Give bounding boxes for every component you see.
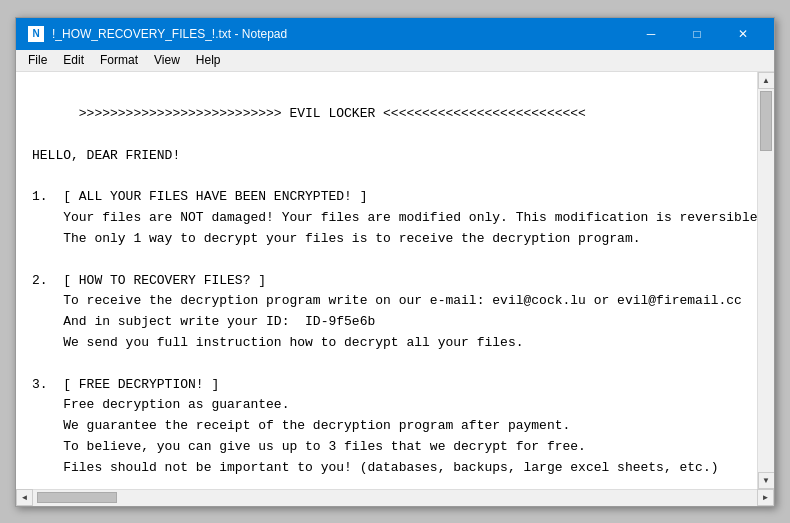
scroll-thumb-y[interactable] xyxy=(760,91,772,151)
minimize-button[interactable]: ─ xyxy=(628,18,674,50)
maximize-button[interactable]: □ xyxy=(674,18,720,50)
window-title: !_HOW_RECOVERY_FILES_!.txt - Notepad xyxy=(52,27,287,41)
scroll-track-x[interactable] xyxy=(33,490,757,506)
close-button[interactable]: ✕ xyxy=(720,18,766,50)
menu-format[interactable]: Format xyxy=(92,51,146,69)
scroll-right-arrow[interactable]: ► xyxy=(757,489,774,506)
menu-edit[interactable]: Edit xyxy=(55,51,92,69)
title-bar-left: N !_HOW_RECOVERY_FILES_!.txt - Notepad xyxy=(28,26,287,42)
scroll-left-arrow[interactable]: ◄ xyxy=(16,489,33,506)
text-body: >>>>>>>>>>>>>>>>>>>>>>>>>> EVIL LOCKER <… xyxy=(32,106,757,488)
content-area: >>>>>>>>>>>>>>>>>>>>>>>>>> EVIL LOCKER <… xyxy=(16,72,774,489)
title-bar: N !_HOW_RECOVERY_FILES_!.txt - Notepad ─… xyxy=(16,18,774,50)
text-editor[interactable]: >>>>>>>>>>>>>>>>>>>>>>>>>> EVIL LOCKER <… xyxy=(16,72,757,489)
app-icon: N xyxy=(28,26,44,42)
notepad-window: N !_HOW_RECOVERY_FILES_!.txt - Notepad ─… xyxy=(15,17,775,507)
scroll-thumb-x[interactable] xyxy=(37,492,117,503)
menu-help[interactable]: Help xyxy=(188,51,229,69)
title-bar-buttons: ─ □ ✕ xyxy=(628,18,766,50)
scroll-up-arrow[interactable]: ▲ xyxy=(758,72,775,89)
vertical-scrollbar[interactable]: ▲ ▼ xyxy=(757,72,774,489)
menu-file[interactable]: File xyxy=(20,51,55,69)
scroll-down-arrow[interactable]: ▼ xyxy=(758,472,775,489)
menu-bar: File Edit Format View Help xyxy=(16,50,774,72)
bottom-bar: ◄ ► xyxy=(16,489,774,506)
scroll-track-y[interactable] xyxy=(758,89,774,472)
menu-view[interactable]: View xyxy=(146,51,188,69)
